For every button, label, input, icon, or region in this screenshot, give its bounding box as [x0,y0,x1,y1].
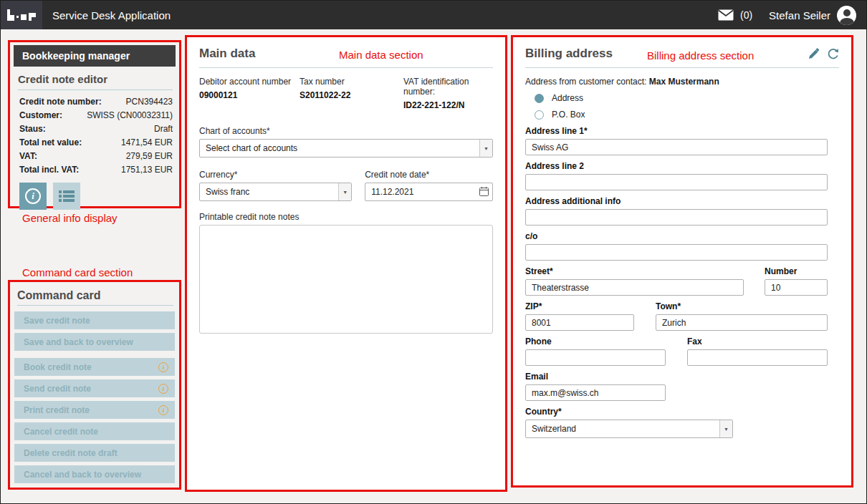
currency-select[interactable]: Swiss franc ▼ [199,183,352,201]
radio-unselected-icon [535,110,544,120]
button-label: Print credit note [24,405,90,415]
chevron-down-icon: ▼ [719,420,732,437]
credit-note-date-label: Credit note date* [365,170,493,180]
info-value: Draft [154,122,173,136]
save-and-back-button[interactable]: Save and back to overview [14,333,175,351]
email-input[interactable] [525,384,666,401]
email-label: Email [525,372,839,382]
tax-number-label: Tax number [300,77,403,87]
logo-icon [6,9,37,21]
chart-of-accounts-label: Chart of accounts* [199,126,493,136]
radio-po-box[interactable]: P.O. Box [535,110,839,120]
address-additional-info-input[interactable] [525,209,828,226]
radio-address[interactable]: Address [535,93,839,103]
address-additional-info-label: Address additional info [525,196,839,206]
app-logo [1,1,42,29]
book-credit-note-button[interactable]: Book credit note i [14,358,175,376]
mail-count: (0) [740,9,752,21]
info-value: SWISS (CN00032311) [87,109,173,122]
fax-input[interactable] [687,349,828,366]
info-row: Customer: SWISS (CN00032311) [14,109,176,122]
info-value: PCN394423 [126,95,173,109]
phone-label: Phone [525,336,666,346]
co-input[interactable] [525,244,828,261]
tax-number-value: S2011022-22 [300,90,403,100]
notes-label: Printable credit note notes [199,212,493,222]
info-row: Total net value: 1471,54 EUR [14,136,176,150]
delete-credit-note-draft-button[interactable]: Delete credit note draft [14,444,175,462]
info-row: Total incl. VAT: 1751,13 EUR [14,163,176,177]
info-icon: i [158,362,168,372]
contact-label: Address from customer contact: [525,77,646,87]
number-input[interactable] [765,279,828,296]
debitor-account-label: Debitor account number [199,77,300,87]
zip-input[interactable] [525,314,634,331]
select-value: Select chart of accounts [200,143,479,153]
general-info-section: Bookkeeping manager Credit note editor C… [8,40,181,208]
billing-address-section: Billing address Billing address section … [511,35,853,488]
general-info-button[interactable]: i [19,183,47,210]
address-line-1-input[interactable] [525,139,828,155]
country-select[interactable]: Switzerland ▼ [525,420,733,438]
info-icon: i [158,405,168,415]
debitor-account-value: 09000121 [199,90,300,100]
app-title: Service Desk Application [52,9,171,21]
contact-line: Address from customer contact: Max Muste… [525,77,839,87]
annotation-command-card: Command card section [22,266,133,278]
button-label: Cancel credit note [24,427,98,437]
button-label: Send credit note [24,384,91,394]
positions-list-button[interactable] [53,183,80,210]
info-label: Customer: [19,109,62,122]
street-input[interactable] [525,279,744,296]
button-label: Delete credit note draft [24,448,118,458]
print-credit-note-button[interactable]: Print credit note i [14,401,175,419]
refresh-icon[interactable] [827,48,839,60]
country-label: Country* [525,407,839,417]
select-value: Switzerland [526,424,719,434]
info-label: Staus: [19,122,46,136]
printable-notes-textarea[interactable] [199,225,493,334]
number-label: Number [765,266,828,276]
divider [525,67,839,68]
service-desk-app: Service Desk Application (0) Stefan Seil… [0,0,867,504]
info-icon: i [158,384,168,394]
town-input[interactable] [656,314,828,331]
radio-label: Address [552,93,583,103]
command-card-title: Command card [17,289,173,302]
save-credit-note-button[interactable]: Save credit note [14,311,175,329]
address-line-2-input[interactable] [525,174,828,190]
send-credit-note-button[interactable]: Send credit note i [14,379,175,397]
radio-label: P.O. Box [552,110,585,120]
divider [17,305,173,306]
user-avatar-icon[interactable] [837,6,856,25]
mail-icon[interactable] [718,9,734,21]
calendar-icon [479,187,489,196]
contact-name: Max Mustermann [649,77,719,87]
phone-input[interactable] [525,349,666,366]
annotation-main-data: Main data section [339,49,423,61]
select-value: Swiss franc [200,187,338,197]
edit-pencil-icon[interactable] [808,48,820,60]
button-label: Cancel and back to overview [24,470,141,480]
info-row: Staus: Draft [14,122,176,136]
address-line-1-label: Address line 1* [525,126,839,136]
credit-note-date-input[interactable] [365,183,493,201]
info-value: 1751,13 EUR [121,163,173,177]
info-value: 1471,54 EUR [121,136,173,150]
info-value: 279,59 EUR [126,150,173,163]
chart-of-accounts-select[interactable]: Select chart of accounts ▼ [199,139,493,158]
divider [18,89,173,90]
fax-label: Fax [687,336,828,346]
info-label: Total net value: [19,136,82,150]
cancel-credit-note-button[interactable]: Cancel credit note [14,422,175,440]
top-bar: Service Desk Application (0) Stefan Seil… [1,1,866,29]
cancel-and-back-button[interactable]: Cancel and back to overview [14,465,175,483]
info-label: VAT: [19,150,37,163]
list-icon [59,190,75,203]
button-label: Book credit note [24,362,92,372]
vat-id-label: VAT identification number: [403,77,493,97]
button-label: Save credit note [24,316,90,326]
chevron-down-icon: ▼ [338,183,351,200]
radio-selected-icon [535,94,544,103]
annotation-billing: Billing address section [647,49,754,62]
